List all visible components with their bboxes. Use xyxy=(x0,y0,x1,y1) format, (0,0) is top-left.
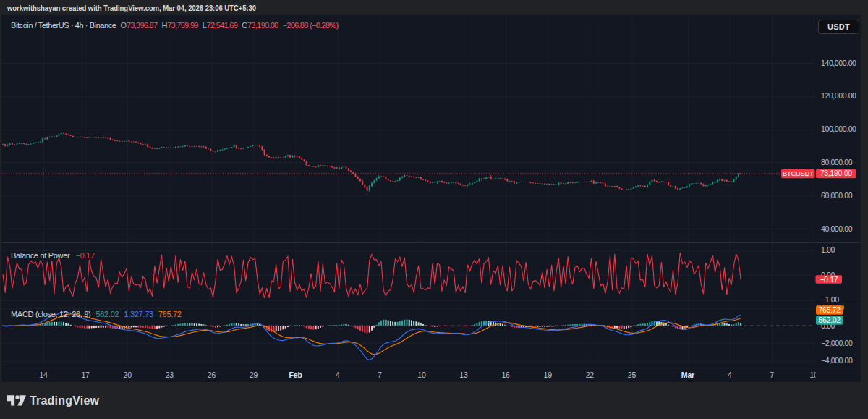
macd-title[interactable]: MACD (close, 12, 26, 9) xyxy=(11,310,90,318)
time-axis-label: 29 xyxy=(250,371,258,379)
bop-title[interactable]: Balance of Power xyxy=(11,251,69,260)
macd-legend[interactable]: MACD (close, 12, 26, 9)562.021,327.73765… xyxy=(11,310,182,318)
time-axis-label: 16 xyxy=(501,371,510,379)
time-axis-label: 14 xyxy=(39,371,48,379)
price-axis-label: 120,000.00 xyxy=(821,91,856,100)
time-axis-label: 19 xyxy=(544,371,553,379)
time-axis-label: 17 xyxy=(81,371,90,379)
chart-background xyxy=(1,15,861,382)
time-axis-label: 4 xyxy=(336,371,340,379)
macd-axis-label: −4,000.00 xyxy=(821,356,853,365)
bop-value: −0.17 xyxy=(75,251,94,260)
high-label: H xyxy=(161,21,167,30)
price-axis-label: 140,000.00 xyxy=(821,59,856,67)
low-value: 72,541.69 xyxy=(207,21,238,30)
chart-canvas[interactable]: 140,000.00120,000.00100,000.0080,000.006… xyxy=(0,0,868,419)
time-axis-label: 7 xyxy=(378,371,382,379)
price-axis-label: 40,000.00 xyxy=(821,224,853,233)
bop-badge-text: −0.17 xyxy=(820,275,838,284)
attribution-text: workwithshayan created with TradingView.… xyxy=(7,0,256,16)
time-axis-label: 4 xyxy=(728,371,732,379)
close-value: 73,190.00 xyxy=(247,21,278,30)
bop-legend[interactable]: Balance of Power−0.17 xyxy=(11,251,95,260)
time-axis-label: Feb xyxy=(289,371,302,379)
open-value: 73,396.87 xyxy=(127,21,158,30)
tradingview-brand-text[interactable]: TradingView xyxy=(30,394,99,407)
symbol-title[interactable]: Bitcoin / TetherUS · 4h · Binance xyxy=(11,21,116,30)
macd-line-value: 1,327.73 xyxy=(124,310,153,318)
change-value: −206.88 (−0.28%) xyxy=(283,21,339,30)
price-badge-text: 73,190.00 xyxy=(820,169,852,177)
time-axis-label: 13 xyxy=(459,371,468,379)
time-axis-label: 26 xyxy=(208,371,216,379)
macd-axis-label: −2,000.00 xyxy=(821,339,853,347)
time-axis-label: 10 xyxy=(417,371,426,379)
open-label: O xyxy=(121,21,127,30)
time-axis-label: 23 xyxy=(166,371,174,379)
time-axis-label: Mar xyxy=(681,371,694,379)
price-axis-label: 60,000.00 xyxy=(821,191,853,200)
macd-signal-badge-text: 765.72 xyxy=(819,305,841,314)
attribution-bar: workwithshayan created with TradingView.… xyxy=(0,0,868,15)
time-axis-label: 20 xyxy=(124,371,132,379)
time-axis-label: 22 xyxy=(586,371,595,379)
footer-bar: TradingView xyxy=(0,382,868,419)
time-axis-label: 7 xyxy=(770,371,774,379)
time-axis-label: 25 xyxy=(628,371,637,379)
macd-signal-value: 765.72 xyxy=(158,310,182,318)
close-label: C xyxy=(242,21,247,30)
symbol-badge-text: BTCUSDT xyxy=(783,169,814,177)
currency-toggle-button[interactable]: USDT xyxy=(818,20,859,34)
bop-axis-label: 1.00 xyxy=(821,245,835,254)
tradingview-logo-icon[interactable] xyxy=(7,395,26,406)
macd-hist-badge-text: 562.02 xyxy=(819,316,841,324)
price-axis-label: 100,000.00 xyxy=(821,124,856,133)
symbol-legend[interactable]: Bitcoin / TetherUS · 4h · Binance O73,39… xyxy=(11,21,338,30)
macd-hist-value: 562.02 xyxy=(95,310,119,318)
price-axis-label: 80,000.00 xyxy=(821,158,853,166)
high-value: 73,759.99 xyxy=(167,21,198,30)
